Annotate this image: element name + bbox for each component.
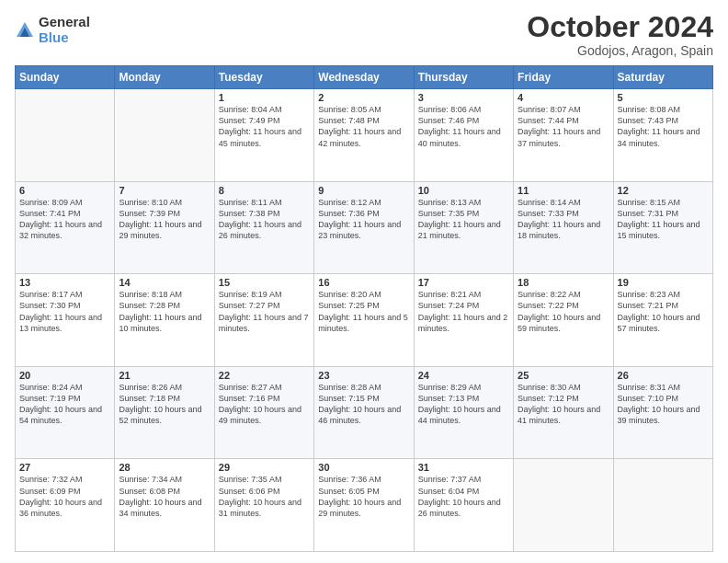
day-cell: 12Sunrise: 8:15 AM Sunset: 7:31 PM Dayli… — [613, 181, 712, 274]
day-number: 5 — [618, 92, 709, 103]
day-cell: 19Sunrise: 8:23 AM Sunset: 7:21 PM Dayli… — [613, 274, 712, 367]
day-cell: 31Sunrise: 7:37 AM Sunset: 6:04 PM Dayli… — [414, 459, 513, 552]
day-cell: 21Sunrise: 8:26 AM Sunset: 7:18 PM Dayli… — [115, 366, 214, 459]
day-number: 18 — [518, 277, 609, 288]
day-number: 15 — [219, 277, 310, 288]
day-detail: Sunrise: 8:27 AM Sunset: 7:16 PM Dayligh… — [219, 382, 310, 427]
day-cell: 10Sunrise: 8:13 AM Sunset: 7:35 PM Dayli… — [414, 181, 513, 274]
day-detail: Sunrise: 8:29 AM Sunset: 7:13 PM Dayligh… — [418, 382, 509, 427]
day-number: 16 — [318, 277, 409, 288]
day-detail: Sunrise: 8:06 AM Sunset: 7:46 PM Dayligh… — [418, 104, 509, 149]
day-number: 2 — [318, 92, 409, 103]
calendar-table: Sunday Monday Tuesday Wednesday Thursday… — [15, 65, 713, 552]
day-detail: Sunrise: 8:26 AM Sunset: 7:18 PM Dayligh… — [119, 382, 210, 427]
day-detail: Sunrise: 8:15 AM Sunset: 7:31 PM Dayligh… — [618, 197, 709, 242]
day-number: 11 — [518, 185, 609, 196]
logo-text: General Blue — [39, 15, 90, 45]
day-cell: 27Sunrise: 7:32 AM Sunset: 6:09 PM Dayli… — [16, 459, 115, 552]
header-saturday: Saturday — [613, 66, 712, 89]
generalblue-logo-icon — [15, 20, 35, 40]
day-cell: 20Sunrise: 8:24 AM Sunset: 7:19 PM Dayli… — [16, 366, 115, 459]
week-row-4: 20Sunrise: 8:24 AM Sunset: 7:19 PM Dayli… — [16, 366, 713, 459]
day-cell: 26Sunrise: 8:31 AM Sunset: 7:10 PM Dayli… — [613, 366, 712, 459]
day-number: 21 — [119, 370, 210, 381]
month-title: October 2024 — [527, 11, 713, 43]
day-detail: Sunrise: 8:08 AM Sunset: 7:43 PM Dayligh… — [618, 104, 709, 149]
day-number: 20 — [19, 370, 110, 381]
day-detail: Sunrise: 8:07 AM Sunset: 7:44 PM Dayligh… — [518, 104, 609, 149]
day-number: 23 — [318, 370, 409, 381]
header-wednesday: Wednesday — [314, 66, 414, 89]
day-cell — [115, 89, 214, 182]
header-monday: Monday — [115, 66, 214, 89]
header-friday: Friday — [514, 66, 613, 89]
day-detail: Sunrise: 8:04 AM Sunset: 7:49 PM Dayligh… — [219, 104, 310, 149]
day-detail: Sunrise: 8:21 AM Sunset: 7:24 PM Dayligh… — [418, 289, 509, 334]
header: General Blue October 2024 Godojos, Arago… — [15, 11, 713, 58]
day-cell: 18Sunrise: 8:22 AM Sunset: 7:22 PM Dayli… — [514, 274, 613, 367]
day-cell: 23Sunrise: 8:28 AM Sunset: 7:15 PM Dayli… — [314, 366, 414, 459]
day-number: 1 — [219, 92, 310, 103]
day-number: 29 — [219, 462, 310, 473]
logo-blue: Blue — [39, 30, 90, 46]
location: Godojos, Aragon, Spain — [527, 43, 713, 58]
page: General Blue October 2024 Godojos, Arago… — [0, 0, 728, 563]
day-detail: Sunrise: 8:11 AM Sunset: 7:38 PM Dayligh… — [219, 197, 310, 242]
day-detail: Sunrise: 8:28 AM Sunset: 7:15 PM Dayligh… — [318, 382, 409, 427]
day-detail: Sunrise: 8:09 AM Sunset: 7:41 PM Dayligh… — [19, 197, 110, 242]
header-thursday: Thursday — [414, 66, 513, 89]
day-cell: 4Sunrise: 8:07 AM Sunset: 7:44 PM Daylig… — [514, 89, 613, 182]
day-detail: Sunrise: 8:24 AM Sunset: 7:19 PM Dayligh… — [19, 382, 110, 427]
day-cell: 25Sunrise: 8:30 AM Sunset: 7:12 PM Dayli… — [514, 366, 613, 459]
day-number: 26 — [618, 370, 709, 381]
day-detail: Sunrise: 7:37 AM Sunset: 6:04 PM Dayligh… — [418, 474, 509, 519]
day-cell — [613, 459, 712, 552]
day-cell: 6Sunrise: 8:09 AM Sunset: 7:41 PM Daylig… — [16, 181, 115, 274]
day-cell: 2Sunrise: 8:05 AM Sunset: 7:48 PM Daylig… — [314, 89, 414, 182]
day-cell: 16Sunrise: 8:20 AM Sunset: 7:25 PM Dayli… — [314, 274, 414, 367]
day-cell: 8Sunrise: 8:11 AM Sunset: 7:38 PM Daylig… — [214, 181, 313, 274]
day-cell: 13Sunrise: 8:17 AM Sunset: 7:30 PM Dayli… — [16, 274, 115, 367]
day-number: 19 — [618, 277, 709, 288]
day-cell: 22Sunrise: 8:27 AM Sunset: 7:16 PM Dayli… — [214, 366, 313, 459]
day-cell: 28Sunrise: 7:34 AM Sunset: 6:08 PM Dayli… — [115, 459, 214, 552]
day-detail: Sunrise: 7:35 AM Sunset: 6:06 PM Dayligh… — [219, 474, 310, 519]
day-detail: Sunrise: 8:23 AM Sunset: 7:21 PM Dayligh… — [618, 289, 709, 334]
day-detail: Sunrise: 7:32 AM Sunset: 6:09 PM Dayligh… — [19, 474, 110, 519]
header-tuesday: Tuesday — [214, 66, 313, 89]
day-number: 14 — [119, 277, 210, 288]
day-cell: 11Sunrise: 8:14 AM Sunset: 7:33 PM Dayli… — [514, 181, 613, 274]
day-detail: Sunrise: 7:34 AM Sunset: 6:08 PM Dayligh… — [119, 474, 210, 519]
day-cell: 24Sunrise: 8:29 AM Sunset: 7:13 PM Dayli… — [414, 366, 513, 459]
day-cell: 3Sunrise: 8:06 AM Sunset: 7:46 PM Daylig… — [414, 89, 513, 182]
day-detail: Sunrise: 8:19 AM Sunset: 7:27 PM Dayligh… — [219, 289, 310, 334]
day-detail: Sunrise: 8:20 AM Sunset: 7:25 PM Dayligh… — [318, 289, 409, 334]
day-cell: 1Sunrise: 8:04 AM Sunset: 7:49 PM Daylig… — [214, 89, 313, 182]
day-cell — [514, 459, 613, 552]
weekday-header-row: Sunday Monday Tuesday Wednesday Thursday… — [16, 66, 713, 89]
week-row-2: 6Sunrise: 8:09 AM Sunset: 7:41 PM Daylig… — [16, 181, 713, 274]
day-cell: 5Sunrise: 8:08 AM Sunset: 7:43 PM Daylig… — [613, 89, 712, 182]
day-number: 7 — [119, 185, 210, 196]
day-number: 3 — [418, 92, 509, 103]
day-cell: 30Sunrise: 7:36 AM Sunset: 6:05 PM Dayli… — [314, 459, 414, 552]
day-cell: 9Sunrise: 8:12 AM Sunset: 7:36 PM Daylig… — [314, 181, 414, 274]
day-number: 17 — [418, 277, 509, 288]
day-number: 6 — [19, 185, 110, 196]
day-cell: 15Sunrise: 8:19 AM Sunset: 7:27 PM Dayli… — [214, 274, 313, 367]
day-number: 4 — [518, 92, 609, 103]
day-detail: Sunrise: 8:17 AM Sunset: 7:30 PM Dayligh… — [19, 289, 110, 334]
week-row-3: 13Sunrise: 8:17 AM Sunset: 7:30 PM Dayli… — [16, 274, 713, 367]
day-detail: Sunrise: 8:18 AM Sunset: 7:28 PM Dayligh… — [119, 289, 210, 334]
day-cell: 29Sunrise: 7:35 AM Sunset: 6:06 PM Dayli… — [214, 459, 313, 552]
day-number: 8 — [219, 185, 310, 196]
day-detail: Sunrise: 8:14 AM Sunset: 7:33 PM Dayligh… — [518, 197, 609, 242]
day-number: 12 — [618, 185, 709, 196]
day-number: 25 — [518, 370, 609, 381]
day-number: 9 — [318, 185, 409, 196]
day-number: 28 — [119, 462, 210, 473]
day-number: 30 — [318, 462, 409, 473]
day-number: 27 — [19, 462, 110, 473]
day-number: 31 — [418, 462, 509, 473]
day-detail: Sunrise: 8:22 AM Sunset: 7:22 PM Dayligh… — [518, 289, 609, 334]
